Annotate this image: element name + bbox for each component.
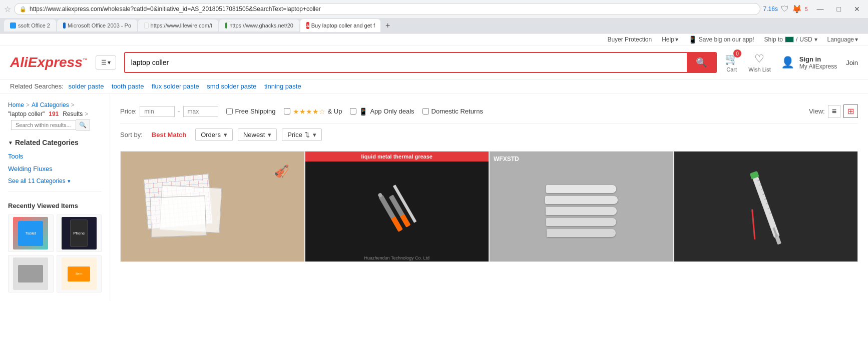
view-toggle: View: ≡ ⊞ — [809, 104, 858, 118]
domestic-returns-label: Domestic Returns — [431, 108, 483, 115]
content-area: Price: - Free Shipping ★★★★☆ & Up 📱 App … — [110, 94, 868, 300]
cart-label: Cart — [726, 66, 737, 72]
url-text: https://www.aliexpress.com/wholesale?cat… — [30, 6, 755, 12]
logo[interactable]: AliExpress™ — [10, 54, 88, 70]
minimize-button[interactable]: — — [813, 3, 828, 15]
product-card-2[interactable]: liquid metal thermal grease — [305, 151, 490, 262]
buyer-protection-link[interactable]: Buyer Protection — [607, 36, 652, 43]
see-all-categories-link[interactable]: See all 11 Categories — [8, 178, 102, 184]
stars-filter[interactable]: ★★★★☆ & Up — [284, 108, 342, 116]
menu-button[interactable]: ☰ ▾ — [96, 56, 116, 70]
stars-checkbox[interactable] — [284, 108, 290, 114]
search-button[interactable]: 🔍 — [687, 53, 716, 72]
price-label: Price: — [120, 108, 137, 115]
price-dash: - — [178, 108, 180, 115]
tab-1[interactable]: ssoft Office 2 — [4, 20, 56, 32]
products-grid: 🎻 liquid metal thermal grease — [120, 151, 858, 262]
help-button[interactable]: Help ▾ — [662, 36, 678, 43]
tab-label-1: ssoft Office 2 — [18, 22, 50, 28]
free-shipping-checkbox[interactable] — [226, 108, 233, 114]
load-time: 7.16s — [763, 6, 778, 12]
tab-3[interactable]: https://www.lifewire.com/t — [138, 20, 218, 32]
address-bar[interactable]: 🔒 https://www.aliexpress.com/wholesale?c… — [14, 3, 760, 15]
related-search-1[interactable]: solder paste — [69, 82, 104, 90]
rv-item-3[interactable] — [8, 255, 54, 292]
breadcrumb-count: 191 — [49, 110, 59, 118]
sort-price-dropdown[interactable]: Price ⇅ — [282, 128, 322, 141]
sidebar-category-welding[interactable]: Welding Fluxes — [8, 164, 102, 174]
rv-item-4[interactable]: Item — [57, 255, 102, 292]
product-card-3[interactable]: WFXSTD — [489, 151, 674, 262]
language-button[interactable]: Language ▾ — [827, 36, 858, 43]
price-max-input[interactable] — [183, 106, 218, 117]
app-only-filter[interactable]: 📱 App Only deals — [350, 108, 414, 116]
search-within-input[interactable] — [11, 120, 76, 130]
price-min-input[interactable] — [140, 106, 175, 117]
new-tab-button[interactable]: + — [381, 18, 394, 33]
ship-to-button[interactable]: Ship to / USD ▾ — [764, 36, 817, 43]
free-shipping-filter[interactable]: Free Shipping — [226, 108, 276, 115]
my-aliexpress-link[interactable]: My AliExpress — [799, 63, 837, 70]
rv-item-1[interactable]: Tablet — [8, 214, 54, 252]
language-chevron-icon: ▾ — [855, 36, 858, 43]
related-search-4[interactable]: smd solder paste — [207, 82, 256, 90]
tab-2[interactable]: Microsoft Office 2003 - Po — [57, 20, 137, 32]
logo-text: AliExpress™ — [10, 54, 88, 70]
product-card-4[interactable] — [674, 151, 858, 262]
domestic-returns-filter[interactable]: Domestic Returns — [422, 108, 483, 115]
sort-newest-dropdown[interactable]: Newest — [238, 128, 277, 141]
sort-price-arrows: ⇅ — [304, 131, 310, 138]
sidebar-category-tools[interactable]: Tools — [8, 152, 102, 161]
related-search-2[interactable]: tooth paste — [112, 82, 144, 90]
stars-icon: ★★★★☆ — [293, 108, 325, 116]
search-within-button[interactable]: 🔍 — [76, 120, 90, 130]
signin-section: 👤 Sign in My AliExpress Join — [781, 56, 858, 70]
product-image-1: 🎻 — [121, 152, 304, 262]
maximize-button[interactable]: □ — [833, 3, 845, 15]
join-link[interactable]: Join — [846, 59, 858, 66]
sort-orders-dropdown[interactable]: Orders — [195, 128, 233, 141]
search-input[interactable] — [125, 53, 687, 72]
heart-icon: ♡ — [754, 52, 764, 66]
tabs-row: ssoft Office 2 Microsoft Office 2003 - P… — [0, 18, 868, 33]
signin-text: Sign in My AliExpress — [799, 56, 837, 70]
sort-best-match[interactable]: Best Match — [148, 129, 190, 140]
app-label: Save big on our app! — [699, 36, 754, 43]
sort-label: Sort by: — [120, 131, 143, 138]
related-categories-title: Related Categories — [8, 138, 102, 146]
app-button[interactable]: 📱 Save big on our app! — [688, 36, 754, 44]
tab-4[interactable]: https://www.ghacks.net/20 — [219, 20, 299, 32]
grid-view-button[interactable]: ⊞ — [843, 104, 858, 118]
cart-icon[interactable]: 🛒 0 Cart — [725, 52, 738, 72]
signin-link[interactable]: Sign in — [799, 56, 837, 63]
currency-label: USD — [799, 36, 812, 43]
tab-label-2: Microsoft Office 2003 - Po — [68, 22, 131, 28]
list-view-button[interactable]: ≡ — [828, 105, 840, 118]
help-chevron-icon: ▾ — [675, 36, 678, 43]
sidebar: Home > All Categories > "laptop coller" … — [0, 94, 110, 300]
hamburger-icon: ☰ — [101, 59, 107, 66]
tab-5-active[interactable]: A Buy laptop coller and get f — [300, 19, 380, 32]
currency-chevron-icon: ▾ — [814, 36, 817, 43]
filters-row: Price: - Free Shipping ★★★★☆ & Up 📱 App … — [120, 100, 858, 124]
header-icons: 🛒 0 Cart ♡ Wish List 👤 Sign in My AliExp… — [725, 52, 858, 72]
product-card-1[interactable]: 🎻 — [120, 151, 305, 262]
breadcrumb-all-categories[interactable]: All Categories — [32, 102, 69, 108]
related-search-3[interactable]: flux solder paste — [152, 82, 199, 90]
star-icon[interactable]: ☆ — [4, 4, 11, 14]
sidebar-divider — [8, 192, 102, 192]
related-searches: Related Searches: solder paste tooth pas… — [0, 80, 868, 94]
wishlist-icon[interactable]: ♡ Wish List — [748, 52, 771, 72]
address-bar-row: ☆ 🔒 https://www.aliexpress.com/wholesale… — [0, 0, 868, 18]
utility-bar: Buyer Protection Help ▾ 📱 Save big on ou… — [0, 34, 868, 46]
currency-separator: / — [796, 36, 797, 43]
browser-chrome: ☆ 🔒 https://www.aliexpress.com/wholesale… — [0, 0, 868, 34]
breadcrumb-home[interactable]: Home — [8, 102, 24, 108]
app-only-checkbox[interactable] — [350, 108, 356, 114]
related-search-5[interactable]: tinning paste — [264, 82, 301, 90]
tab-favicon-3 — [144, 22, 149, 28]
close-button[interactable]: ✕ — [850, 3, 864, 15]
rv-item-2[interactable]: Phone — [57, 214, 102, 252]
tab-favicon-4 — [225, 22, 227, 28]
domestic-returns-checkbox[interactable] — [422, 108, 429, 114]
